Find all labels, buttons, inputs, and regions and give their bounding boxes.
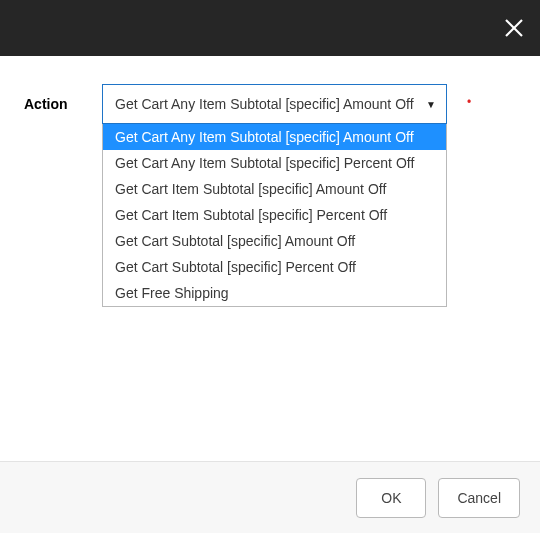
modal-footer: OK Cancel — [0, 461, 540, 533]
action-option[interactable]: Get Cart Any Item Subtotal [specific] Pe… — [103, 150, 446, 176]
ok-button[interactable]: OK — [356, 478, 426, 518]
action-option[interactable]: Get Cart Any Item Subtotal [specific] Am… — [103, 124, 446, 150]
action-select[interactable]: Get Cart Any Item Subtotal [specific] Am… — [102, 84, 447, 124]
action-field-row: Action Get Cart Any Item Subtotal [speci… — [24, 84, 516, 124]
action-option[interactable]: Get Cart Item Subtotal [specific] Percen… — [103, 202, 446, 228]
action-option[interactable]: Get Free Shipping — [103, 280, 446, 306]
action-option[interactable]: Get Cart Item Subtotal [specific] Amount… — [103, 176, 446, 202]
action-option[interactable]: Get Cart Subtotal [specific] Amount Off — [103, 228, 446, 254]
action-label: Action — [24, 84, 84, 112]
action-option[interactable]: Get Cart Subtotal [specific] Percent Off — [103, 254, 446, 280]
required-indicator: • — [467, 84, 471, 108]
cancel-button[interactable]: Cancel — [438, 478, 520, 518]
chevron-down-icon: ▼ — [426, 99, 436, 110]
modal-header — [0, 0, 540, 56]
ok-button-label: OK — [381, 490, 401, 506]
action-select-value: Get Cart Any Item Subtotal [specific] Am… — [115, 96, 414, 112]
cancel-button-label: Cancel — [457, 490, 501, 506]
modal-content: Action Get Cart Any Item Subtotal [speci… — [0, 56, 540, 124]
action-dropdown: Get Cart Any Item Subtotal [specific] Am… — [102, 124, 447, 307]
action-select-wrap: Get Cart Any Item Subtotal [specific] Am… — [102, 84, 447, 124]
close-icon[interactable] — [500, 14, 528, 42]
